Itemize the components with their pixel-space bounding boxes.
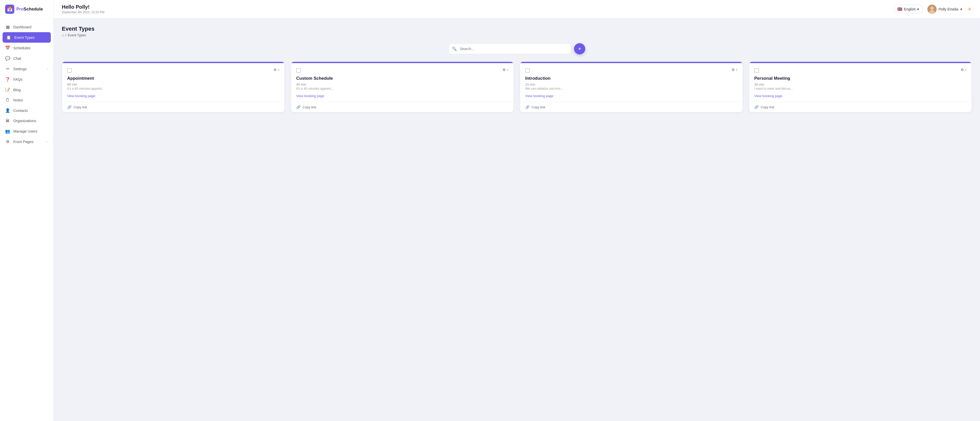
gear-icon: ⚙ [961, 68, 964, 72]
main-area: Hello Polly! September 9th 2023, 10:25 P… [54, 0, 980, 421]
copy-link-button[interactable]: 🔗 Copy link [291, 102, 514, 112]
copy-link-button[interactable]: 🔗 Copy link [62, 102, 285, 112]
greeting-text: Hello Polly! [62, 4, 105, 10]
copy-link-label: Copy link [73, 105, 87, 109]
user-name: Polly Emelia [939, 7, 958, 11]
svg-point-1 [930, 6, 934, 10]
sidebar-item-organizations[interactable]: 🏛 Organizations [0, 116, 53, 126]
sidebar-item-contacts[interactable]: 👤 Contacts [0, 105, 53, 116]
sidebar-item-label: Front Pages [13, 140, 33, 144]
notes-icon: 🗒 [5, 98, 10, 102]
event-card-custom-schedule: ⚙ ▾ Custom Schedule 45 min It's a 45 min… [291, 62, 514, 112]
logo[interactable]: 📅 ProSchedule [0, 0, 53, 19]
card-body: ⚙ ▾ Personal Meeting 30 min I want to me… [749, 63, 972, 102]
chat-icon: 💬 [5, 56, 10, 61]
add-button[interactable]: + [574, 43, 585, 54]
user-chevron: ▾ [960, 7, 962, 11]
chevron-icon: › [47, 67, 48, 71]
language-chevron: ▾ [917, 7, 919, 11]
card-duration: 45 min [296, 83, 508, 86]
user-selector[interactable]: Polly Emelia ▾ [928, 5, 962, 14]
sidebar-item-label: Chat [13, 56, 21, 61]
language-selector[interactable]: 🇬🇧 English ▾ [894, 5, 922, 13]
view-booking-link[interactable]: View booking page [754, 94, 783, 98]
view-booking-link[interactable]: View booking page [296, 94, 324, 98]
card-checkbox[interactable] [754, 68, 759, 73]
sidebar-item-dashboard[interactable]: ▦ Dashboard [0, 22, 53, 32]
sidebar-item-settings[interactable]: ✂ Settings › [0, 64, 53, 74]
sidebar-item-label: Dashboard [13, 25, 32, 29]
front-pages-icon: ⚙ [5, 139, 10, 144]
sidebar-item-chat[interactable]: 💬 Chat [0, 53, 53, 64]
page-title: Event Types [62, 26, 972, 32]
card-duration: 60 min [67, 83, 279, 86]
card-checkbox[interactable] [296, 68, 301, 73]
topbar: Hello Polly! September 9th 2023, 10:25 P… [54, 0, 980, 18]
settings-chevron: ▾ [278, 68, 279, 72]
sidebar-item-label: Organizations [13, 119, 36, 123]
view-booking-link[interactable]: View booking page [525, 94, 553, 98]
event-card-introduction: ⚙ ▾ Introduction 15 min We can initializ… [520, 62, 743, 112]
contacts-icon: 👤 [5, 108, 10, 113]
sidebar-item-notes[interactable]: 🗒 Notes [0, 95, 53, 105]
card-settings-button[interactable]: ⚙ ▾ [503, 68, 508, 72]
sidebar-item-event-types[interactable]: 📋 Event Types [3, 32, 51, 43]
card-settings-button[interactable]: ⚙ ▾ [961, 68, 966, 72]
gear-icon: ⚙ [274, 68, 277, 72]
card-settings-button[interactable]: ⚙ ▾ [274, 68, 279, 72]
sidebar-item-manage-users[interactable]: 👥 Manage Users [0, 126, 53, 136]
event-card-appointment: ⚙ ▾ Appointment 60 min It's a 60 minutes… [62, 62, 285, 112]
card-title: Appointment [67, 76, 279, 81]
card-duration: 15 min [525, 83, 737, 86]
sidebar-item-label: Settings [13, 67, 27, 71]
card-body: ⚙ ▾ Introduction 15 min We can initializ… [520, 63, 743, 102]
copy-link-label: Copy link [760, 105, 774, 109]
sidebar-item-schedules[interactable]: 📅 Schedules [0, 43, 53, 53]
card-header: ⚙ ▾ [525, 68, 737, 73]
blog-icon: 📝 [5, 88, 10, 92]
greeting-area: Hello Polly! September 9th 2023, 10:25 P… [62, 4, 105, 14]
card-checkbox[interactable] [525, 68, 530, 73]
sidebar-item-label: Schedules [13, 46, 31, 50]
search-bar: 🔍 + [62, 43, 972, 54]
card-description: It's a 60 minutes appoint... [67, 87, 279, 91]
sidebar-item-label: Event Types [14, 35, 35, 40]
card-header: ⚙ ▾ [754, 68, 966, 73]
sidebar-item-label: Contacts [13, 108, 28, 113]
topbar-right: 🇬🇧 English ▾ Polly Emelia ▾ ☀ [894, 5, 972, 14]
copy-icon: 🔗 [754, 105, 759, 109]
card-description: I want to meet and discus... [754, 87, 966, 91]
card-duration: 30 min [754, 83, 966, 86]
copy-link-label: Copy link [302, 105, 316, 109]
event-card-personal-meeting: ⚙ ▾ Personal Meeting 30 min I want to me… [749, 62, 972, 112]
logo-icon: 📅 [5, 5, 14, 14]
sidebar-item-label: Manage Users [13, 129, 37, 133]
sidebar-item-label: Blog [13, 88, 21, 92]
chevron-icon: › [47, 140, 48, 144]
view-booking-link[interactable]: View booking page [67, 94, 95, 98]
settings-chevron: ▾ [965, 68, 966, 72]
copy-link-button[interactable]: 🔗 Copy link [520, 102, 743, 112]
card-settings-button[interactable]: ⚙ ▾ [732, 68, 737, 72]
sidebar: 📅 ProSchedule ▦ Dashboard 📋 Event Types … [0, 0, 54, 421]
page-header: Event Types ⌂ / Event Types [62, 26, 972, 37]
search-input[interactable] [449, 43, 571, 54]
sidebar-nav: ▦ Dashboard 📋 Event Types 📅 Schedules 💬 … [0, 19, 53, 421]
theme-toggle[interactable]: ☀ [967, 6, 972, 12]
sidebar-item-blog[interactable]: 📝 Blog [0, 85, 53, 95]
gear-icon: ⚙ [732, 68, 735, 72]
sidebar-item-front-pages[interactable]: ⚙ Front Pages › [0, 136, 53, 147]
breadcrumb-separator: / [65, 33, 67, 37]
settings-chevron: ▾ [736, 68, 737, 72]
card-body: ⚙ ▾ Appointment 60 min It's a 60 minutes… [62, 63, 285, 102]
card-checkbox[interactable] [67, 68, 72, 73]
card-header: ⚙ ▾ [67, 68, 279, 73]
copy-link-button[interactable]: 🔗 Copy link [749, 102, 972, 112]
copy-link-label: Copy link [531, 105, 545, 109]
event-types-icon: 📋 [6, 35, 11, 40]
copy-icon: 🔗 [67, 105, 72, 109]
sidebar-item-faqs[interactable]: ❓ FAQs [0, 74, 53, 85]
card-body: ⚙ ▾ Custom Schedule 45 min It's a 45 min… [291, 63, 514, 102]
dashboard-icon: ▦ [5, 24, 10, 29]
breadcrumb: ⌂ / Event Types [62, 33, 972, 37]
